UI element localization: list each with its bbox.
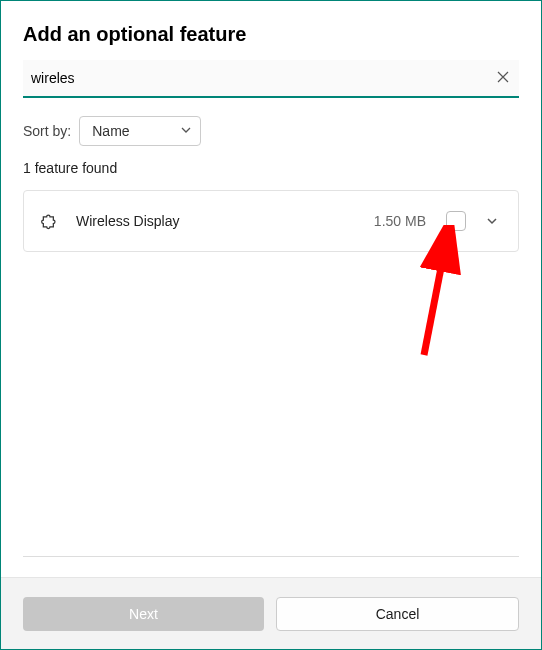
search-input[interactable] [23, 60, 519, 96]
sort-label: Sort by: [23, 123, 71, 139]
expand-chevron-icon[interactable] [482, 211, 502, 231]
dialog-footer: Next Cancel [1, 577, 541, 649]
sort-select[interactable]: Name [79, 116, 201, 146]
dialog-title: Add an optional feature [23, 23, 519, 46]
feature-size: 1.50 MB [374, 213, 426, 229]
footer-divider [23, 556, 519, 557]
sort-selected-value: Name [92, 123, 129, 139]
puzzle-piece-icon [40, 211, 60, 231]
next-button[interactable]: Next [23, 597, 264, 631]
feature-list-item[interactable]: Wireless Display 1.50 MB [23, 190, 519, 252]
sort-row: Sort by: Name [23, 116, 519, 146]
chevron-down-icon [180, 123, 192, 139]
clear-search-icon[interactable] [493, 65, 513, 91]
feature-name: Wireless Display [76, 213, 358, 229]
search-field-wrap [23, 60, 519, 98]
feature-checkbox[interactable] [446, 211, 466, 231]
cancel-button[interactable]: Cancel [276, 597, 519, 631]
svg-line-0 [424, 237, 447, 355]
result-count: 1 feature found [23, 160, 519, 176]
